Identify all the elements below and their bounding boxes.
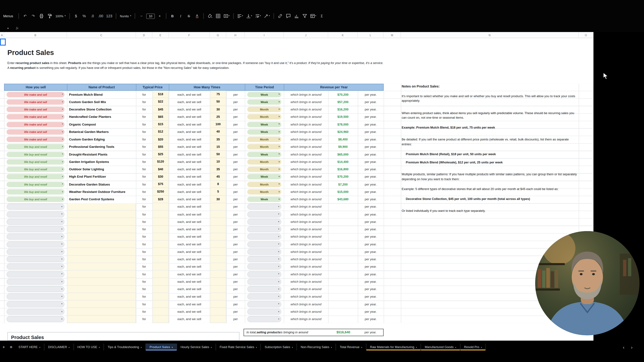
undo-icon[interactable]: ↶ — [22, 13, 28, 19]
borders-icon[interactable] — [215, 13, 221, 19]
price-cell[interactable] — [152, 241, 169, 248]
sheet-tab-tips-troubleshooting[interactable]: Tips & Troubleshooting▾ — [104, 344, 146, 351]
column-header-M[interactable]: M — [384, 32, 401, 38]
quantity-cell[interactable] — [210, 226, 226, 233]
price-cell[interactable]: $12 — [152, 128, 169, 136]
empty-dropdown[interactable]: ▾ — [247, 204, 281, 210]
empty-dropdown[interactable]: ▾ — [247, 256, 281, 262]
column-header-H[interactable]: H — [226, 32, 245, 38]
column-header-I[interactable]: I — [245, 32, 284, 38]
table-views-icon[interactable]: ▾ — [310, 13, 316, 19]
italic-icon[interactable]: I — [178, 13, 183, 19]
empty-dropdown[interactable]: ▾ — [247, 249, 281, 255]
dropdown-chip[interactable]: Month▾ — [247, 182, 281, 187]
quantity-cell[interactable]: 40 — [210, 128, 226, 136]
empty-dropdown[interactable]: ▾ — [247, 241, 281, 247]
product-name-cell[interactable]: Premium Mulch Blend — [67, 91, 136, 98]
bold-icon[interactable]: B — [170, 13, 175, 19]
column-header-E[interactable]: E — [152, 32, 169, 38]
quantity-cell[interactable] — [210, 316, 226, 323]
empty-dropdown[interactable]: ▾ — [247, 226, 281, 232]
price-cell[interactable] — [152, 263, 169, 271]
dropdown-chip[interactable]: We buy and resell▾ — [6, 189, 64, 195]
empty-dropdown[interactable]: ▾ — [247, 301, 281, 307]
price-cell[interactable] — [152, 271, 169, 278]
price-cell[interactable] — [152, 308, 169, 316]
horizontal-align-icon[interactable]: ▾ — [237, 13, 243, 19]
price-cell[interactable] — [152, 218, 169, 226]
product-name-cell[interactable]: Professional Gardening Tools — [67, 143, 136, 151]
product-name-cell[interactable] — [67, 278, 136, 286]
dropdown-chip[interactable]: We make and sell▾ — [6, 114, 64, 120]
column-header-L[interactable]: L — [358, 32, 384, 38]
column-header-G[interactable]: G — [210, 32, 226, 38]
price-cell[interactable] — [152, 316, 169, 323]
product-name-cell[interactable]: Weather Resistant Outdoor Furniture — [67, 188, 136, 196]
empty-dropdown[interactable]: ▾ — [6, 241, 64, 247]
price-cell[interactable] — [152, 233, 169, 241]
price-cell[interactable]: $65 — [152, 113, 169, 121]
product-name-cell[interactable]: Organic Compost — [67, 121, 136, 128]
quantity-cell[interactable]: 35 — [210, 136, 226, 143]
empty-dropdown[interactable]: ▾ — [247, 316, 281, 322]
all-sheets-icon[interactable]: ≡ — [8, 344, 15, 351]
price-cell[interactable]: $250 — [152, 188, 169, 196]
dropdown-chip[interactable]: Month▾ — [247, 137, 281, 142]
dropdown-chip[interactable]: We make and sell▾ — [6, 99, 64, 105]
price-cell[interactable]: $30 — [152, 173, 169, 181]
price-cell[interactable]: $40 — [152, 166, 169, 173]
empty-dropdown[interactable]: ▾ — [247, 219, 281, 225]
text-rotation-icon[interactable]: ▾ — [264, 13, 270, 19]
column-header-N[interactable]: N — [401, 32, 578, 38]
empty-dropdown[interactable]: ▾ — [247, 271, 281, 277]
dropdown-chip[interactable]: We buy and resell▾ — [6, 182, 64, 187]
price-cell[interactable] — [152, 203, 169, 211]
price-cell[interactable]: $15 — [152, 121, 169, 128]
product-name-cell[interactable] — [67, 233, 136, 241]
column-header-F[interactable]: F — [169, 32, 210, 38]
sheet-tab-total-revenue[interactable]: Total Revenue▾ — [336, 344, 366, 351]
quantity-cell[interactable] — [210, 218, 226, 226]
quantity-cell[interactable] — [210, 308, 226, 316]
paint-format-icon[interactable] — [47, 13, 52, 19]
price-cell[interactable]: $22 — [152, 98, 169, 106]
sheet-tab-resold-pro[interactable]: Resold Pro▾ — [460, 344, 486, 351]
add-sheet-button[interactable]: + — [0, 344, 8, 351]
functions-icon[interactable]: Σ — [319, 13, 324, 19]
quantity-cell[interactable] — [210, 255, 226, 263]
decrease-decimal-icon[interactable]: .0 — [90, 13, 95, 19]
quantity-cell[interactable]: 45 — [210, 173, 226, 181]
product-name-cell[interactable] — [67, 316, 136, 323]
price-cell[interactable]: $75 — [152, 181, 169, 188]
scroll-tabs-right-icon[interactable]: › — [631, 345, 632, 350]
empty-dropdown[interactable]: ▾ — [6, 294, 64, 300]
quantity-cell[interactable]: 5 — [210, 188, 226, 196]
price-cell[interactable] — [152, 301, 169, 308]
empty-dropdown[interactable]: ▾ — [6, 264, 64, 270]
sheet-tab-disclaimer[interactable]: DISCLAIMER▾ — [44, 344, 74, 351]
menus-button[interactable]: Menus — [3, 14, 13, 18]
product-name-cell[interactable] — [67, 293, 136, 301]
sheet-tab-raw-materials-for-manufacturing[interactable]: Raw Materials for Manufacturing▾ — [366, 344, 421, 351]
dropdown-chip[interactable]: We buy and resell▾ — [6, 197, 64, 202]
price-cell[interactable]: $120 — [152, 158, 169, 166]
zoom-select[interactable]: 100%▾ — [54, 14, 68, 18]
quantity-cell[interactable]: 30 — [210, 106, 226, 113]
price-cell[interactable] — [152, 278, 169, 286]
increase-decimal-icon[interactable]: .00 — [98, 13, 103, 19]
column-header-D[interactable]: D — [136, 32, 152, 38]
product-name-cell[interactable]: Outdoor Solar Lighting — [67, 166, 136, 173]
quantity-cell[interactable] — [210, 211, 226, 218]
dropdown-chip[interactable]: Week▾ — [247, 129, 281, 135]
dropdown-chip[interactable]: We buy and resell▾ — [6, 144, 64, 150]
product-name-cell[interactable] — [67, 218, 136, 226]
product-name-cell[interactable]: Garden Irrigation Systems — [67, 158, 136, 166]
filter-icon[interactable] — [302, 13, 307, 19]
dropdown-chip[interactable]: Week▾ — [247, 92, 281, 97]
dropdown-chip[interactable]: Week▾ — [247, 122, 281, 127]
product-name-cell[interactable] — [67, 226, 136, 233]
redo-icon[interactable]: ↷ — [30, 13, 36, 19]
quantity-cell[interactable]: 50 — [210, 151, 226, 158]
quantity-cell[interactable] — [210, 248, 226, 256]
quantity-cell[interactable] — [210, 301, 226, 308]
